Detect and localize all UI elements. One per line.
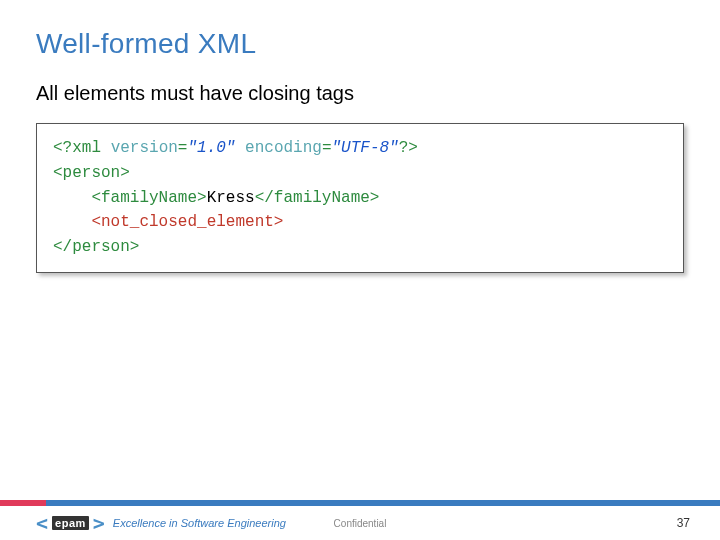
xml-eq: = <box>178 139 188 157</box>
xml-pi-close: ?> <box>399 139 418 157</box>
logo: < epam > <box>36 513 105 533</box>
slide-subtitle: All elements must have closing tags <box>36 82 684 105</box>
slide: Well-formed XML All elements must have c… <box>0 0 720 540</box>
confidential-label: Confidential <box>334 518 387 529</box>
footer-body: < epam > Excellence in Software Engineer… <box>0 506 720 540</box>
xml-pi-name: xml <box>72 139 101 157</box>
angle-open-icon: < <box>36 513 48 533</box>
tagline: Excellence in Software Engineering <box>113 517 286 529</box>
page-number: 37 <box>677 516 690 530</box>
xml-val-version: "1.0" <box>187 139 235 157</box>
slide-title: Well-formed XML <box>36 28 684 60</box>
text-family: Kress <box>207 189 255 207</box>
xml-eq2: = <box>322 139 332 157</box>
tag-not-closed: <not_closed_element> <box>91 213 283 231</box>
xml-pi-open: <? <box>53 139 72 157</box>
tag-family-open: <familyName> <box>91 189 206 207</box>
indent2 <box>53 213 91 231</box>
tag-family-close: </familyName> <box>255 189 380 207</box>
xml-attr-encoding: encoding <box>245 139 322 157</box>
indent <box>53 189 91 207</box>
code-block: <?xml version="1.0" encoding="UTF-8"?> <… <box>36 123 684 273</box>
angle-close-icon: > <box>93 513 105 533</box>
logo-word: epam <box>52 516 89 530</box>
tag-person-close: </person> <box>53 238 139 256</box>
tag-person-open: <person> <box>53 164 130 182</box>
xml-val-encoding: "UTF-8" <box>332 139 399 157</box>
xml-attr-version: version <box>111 139 178 157</box>
